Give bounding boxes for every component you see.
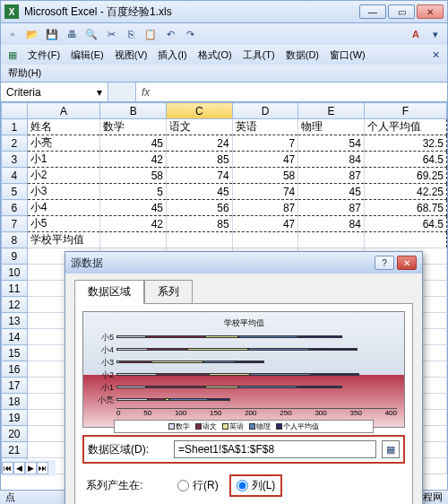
cell[interactable]: 47 — [232, 152, 298, 168]
save-icon[interactable]: 💾 — [44, 26, 60, 42]
cell[interactable]: 英语 — [232, 119, 298, 135]
cell[interactable]: 85 — [167, 152, 233, 168]
table-row[interactable]: 5小3545744542.25 — [2, 184, 447, 200]
table-row[interactable]: 1姓名数学语文英语物理个人平均值 — [2, 119, 447, 135]
cell[interactable]: 69.25 — [364, 168, 446, 184]
cell[interactable]: 5 — [100, 184, 167, 200]
cell[interactable]: 74 — [167, 168, 233, 184]
cell[interactable]: 小5 — [27, 216, 100, 232]
cell[interactable]: 7 — [232, 135, 298, 152]
cell[interactable]: 45 — [167, 184, 233, 200]
row-header[interactable]: 1 — [2, 119, 28, 135]
dialog-close-button[interactable]: ✕ — [397, 256, 417, 270]
cell[interactable]: 42 — [100, 216, 167, 232]
close-button[interactable]: ✕ — [417, 4, 444, 19]
cell[interactable]: 68.75 — [364, 200, 446, 216]
cell[interactable]: 小3 — [27, 184, 100, 200]
new-icon[interactable]: ▫ — [4, 26, 21, 42]
menu-edit[interactable]: 编辑(E) — [67, 47, 108, 64]
row-header[interactable]: 21 — [2, 442, 28, 458]
dialog-help-button[interactable]: ? — [375, 256, 394, 270]
prev-sheet-button[interactable]: ◀ — [13, 462, 25, 474]
row-header[interactable]: 19 — [2, 410, 28, 426]
last-sheet-button[interactable]: ⏭ — [37, 462, 48, 474]
menu-data[interactable]: 数据(D) — [282, 47, 323, 64]
undo-icon[interactable]: ↶ — [162, 26, 178, 42]
table-row[interactable]: 8学校平均值 — [2, 232, 447, 248]
col-header-F[interactable]: F — [364, 103, 446, 119]
cell[interactable]: 85 — [167, 216, 233, 232]
maximize-button[interactable]: ▭ — [388, 4, 415, 19]
table-row[interactable]: 2小亮452475432.5 — [2, 135, 447, 152]
col-header-A[interactable]: A — [27, 103, 100, 119]
cell[interactable]: 小亮 — [27, 135, 100, 152]
cut-icon[interactable]: ✂ — [103, 26, 119, 42]
row-header[interactable]: 11 — [2, 281, 28, 297]
print-icon[interactable]: 🖶 — [64, 26, 80, 42]
paste-icon[interactable]: 📋 — [142, 26, 159, 42]
excel-menu-icon[interactable]: ▦ — [4, 47, 21, 63]
cell[interactable]: 87 — [298, 168, 365, 184]
cell[interactable]: 小2 — [27, 168, 100, 184]
col-header-C[interactable]: C — [167, 103, 233, 119]
range-picker-icon[interactable]: ▦ — [382, 440, 400, 458]
formula-input[interactable]: fx — [135, 83, 447, 101]
row-header[interactable]: 16 — [2, 361, 28, 378]
cell[interactable]: 45 — [100, 200, 167, 216]
row-header[interactable]: 4 — [2, 168, 28, 184]
font-color-icon[interactable]: A — [408, 26, 424, 42]
menu-tools[interactable]: 工具(T) — [239, 47, 279, 64]
cell[interactable]: 小1 — [27, 152, 100, 168]
copy-icon[interactable]: ⎘ — [123, 26, 139, 42]
cell[interactable]: 42.25 — [364, 184, 446, 200]
cell[interactable]: 64.5 — [364, 152, 446, 168]
cell[interactable] — [232, 232, 298, 248]
row-header[interactable]: 3 — [2, 152, 28, 168]
row-header[interactable]: 13 — [2, 313, 28, 329]
cell[interactable] — [364, 232, 446, 248]
cell[interactable]: 54 — [298, 135, 365, 152]
radio-row[interactable] — [177, 480, 189, 491]
cell[interactable]: 姓名 — [27, 119, 100, 135]
cell[interactable]: 64.5 — [364, 216, 446, 232]
table-row[interactable]: 3小14285478464.5 — [2, 152, 447, 168]
col-header-E[interactable]: E — [298, 103, 365, 119]
menu-help[interactable]: 帮助(H) — [8, 66, 41, 80]
select-all-corner[interactable] — [2, 103, 28, 119]
dialog-titlebar[interactable]: 源数据 ? ✕ — [65, 252, 422, 274]
cell[interactable]: 学校平均值 — [27, 232, 100, 248]
name-box[interactable]: Criteria▾ — [1, 83, 108, 101]
table-row[interactable]: 6小44556878768.75 — [2, 200, 447, 216]
cell[interactable]: 物理 — [298, 119, 365, 135]
menu-window[interactable]: 窗口(W) — [326, 47, 369, 64]
cell[interactable]: 32.5 — [364, 135, 446, 152]
preview-icon[interactable]: 🔍 — [83, 26, 99, 42]
chevron-down-icon[interactable]: ▾ — [97, 86, 102, 99]
cell[interactable] — [167, 232, 233, 248]
row-header[interactable]: 5 — [2, 184, 28, 200]
col-header-D[interactable]: D — [232, 103, 298, 119]
row-header[interactable]: 2 — [2, 135, 28, 152]
cell[interactable]: 87 — [232, 200, 298, 216]
cell[interactable]: 小4 — [27, 200, 100, 216]
cell[interactable]: 84 — [298, 152, 365, 168]
cell[interactable]: 84 — [298, 216, 365, 232]
cell[interactable]: 56 — [167, 200, 233, 216]
row-header[interactable]: 17 — [2, 378, 28, 394]
redo-icon[interactable]: ↷ — [182, 26, 198, 42]
row-header[interactable]: 15 — [2, 345, 28, 361]
cell[interactable] — [100, 232, 167, 248]
cell[interactable]: 语文 — [167, 119, 233, 135]
cell[interactable]: 87 — [298, 200, 365, 216]
row-header[interactable]: 14 — [2, 329, 28, 345]
cell[interactable]: 74 — [232, 184, 298, 200]
menu-file[interactable]: 文件(F) — [24, 47, 64, 64]
cell[interactable]: 个人平均值 — [364, 119, 446, 135]
row-header[interactable]: 6 — [2, 200, 28, 216]
first-sheet-button[interactable]: ⏮ — [2, 462, 13, 474]
open-icon[interactable]: 📂 — [24, 26, 40, 42]
menu-view[interactable]: 视图(V) — [111, 47, 151, 64]
cell[interactable]: 58 — [100, 168, 167, 184]
row-header[interactable]: 9 — [2, 248, 28, 265]
cell[interactable]: 24 — [167, 135, 233, 152]
